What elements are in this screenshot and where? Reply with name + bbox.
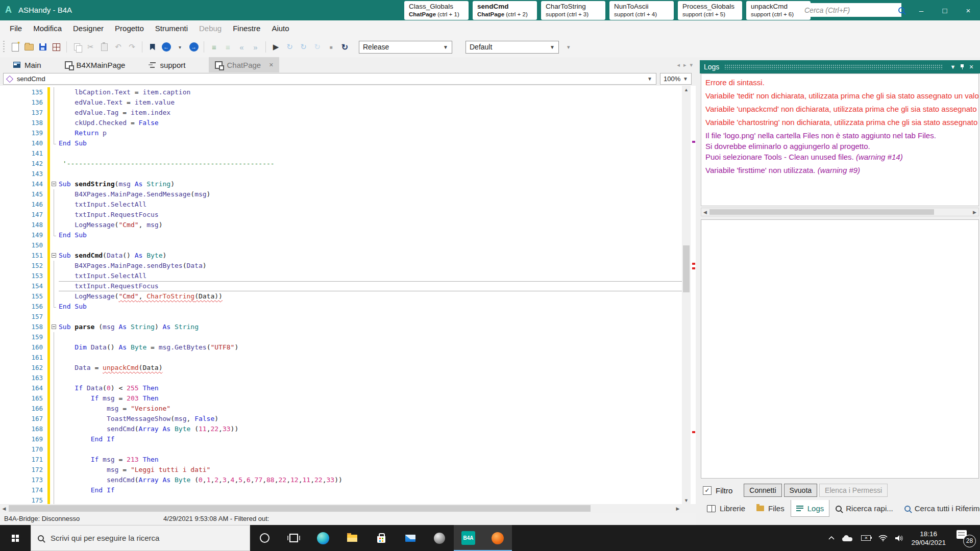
tab-chatpage[interactable]: ChatPage×: [209, 57, 279, 72]
window-position-icon[interactable]: ▼: [948, 64, 958, 70]
fold-collapse-icon[interactable]: [50, 179, 59, 189]
taskbar-b4a-bridge[interactable]: [483, 525, 512, 551]
tool-tab-librerie[interactable]: Librerie: [702, 500, 750, 517]
menu-item-debug[interactable]: Debug: [193, 20, 227, 37]
editor-shortcut-tab[interactable]: Process_Globalssupport (ctrl + 5): [678, 1, 742, 20]
clear-button[interactable]: Svuota: [784, 484, 818, 497]
indent-icon[interactable]: »: [249, 40, 262, 54]
fold-collapse-icon[interactable]: [50, 322, 59, 332]
step-into-icon[interactable]: ↻: [283, 40, 296, 54]
redo-icon[interactable]: ↷: [126, 40, 138, 54]
volume-icon[interactable]: [895, 535, 903, 542]
profile-select[interactable]: Default ▼: [465, 41, 559, 54]
tab-list-icon[interactable]: ▾: [690, 62, 693, 68]
outdent-icon[interactable]: «: [235, 40, 248, 54]
stop-icon[interactable]: ■: [325, 40, 337, 54]
fold-collapse-icon[interactable]: [50, 251, 59, 261]
tab-support[interactable]: support: [149, 57, 185, 72]
code-editor[interactable]: 135 lbCaption.Text = item.caption136 edV…: [0, 86, 696, 504]
scroll-right-icon[interactable]: ▶: [971, 208, 978, 216]
chevron-up-icon[interactable]: [828, 536, 835, 540]
menu-item-designer[interactable]: Designer: [67, 20, 109, 37]
start-button[interactable]: [0, 525, 31, 551]
tab-prev-icon[interactable]: ◂: [677, 62, 680, 68]
close-button[interactable]: ×: [957, 0, 980, 20]
new-file-icon[interactable]: [9, 40, 21, 54]
nav-back-icon[interactable]: ←: [160, 40, 173, 54]
scroll-left-icon[interactable]: ◀: [701, 208, 709, 216]
taskbar-edge[interactable]: [308, 525, 337, 551]
taskbar-app-sphere[interactable]: [425, 525, 454, 551]
horizontal-scrollbar[interactable]: ◀ ▶: [0, 504, 682, 513]
save-icon[interactable]: [36, 40, 49, 54]
tool-tab-files[interactable]: Files: [751, 500, 790, 517]
taskbar-task-view[interactable]: [279, 525, 308, 551]
menu-item-progetto[interactable]: Progetto: [109, 20, 150, 37]
taskbar-mail[interactable]: [396, 525, 425, 551]
run-icon[interactable]: ▶: [270, 40, 282, 54]
minimize-button[interactable]: –: [910, 0, 933, 20]
titlebar-search-input[interactable]: [803, 6, 898, 15]
scroll-up-icon[interactable]: ▲: [682, 86, 691, 93]
build-configuration-select[interactable]: Release ▼: [359, 41, 452, 54]
scroll-down-icon[interactable]: ▼: [682, 496, 691, 504]
vertical-scrollbar[interactable]: ▲ ▼: [682, 86, 691, 504]
cut-icon[interactable]: ✂: [84, 40, 97, 54]
vertical-scrollbar-thumb[interactable]: [683, 245, 690, 292]
menu-item-file[interactable]: File: [4, 20, 28, 37]
maximize-button[interactable]: □: [933, 0, 957, 20]
notification-center-button[interactable]: 28: [953, 528, 976, 548]
undo-icon[interactable]: ↶: [112, 40, 125, 54]
toolbar-overflow-button[interactable]: ▾: [567, 44, 570, 51]
editor-shortcut-tab[interactable]: Class_GlobalsChatPage (ctrl + 1): [404, 1, 469, 20]
menu-item-modifica[interactable]: Modifica: [28, 20, 67, 37]
battery-icon[interactable]: ✕: [861, 535, 871, 541]
connect-button[interactable]: Connetti: [744, 484, 781, 497]
taskbar-store[interactable]: [366, 525, 396, 551]
step-over-icon[interactable]: ↻: [297, 40, 310, 54]
logs-horizontal-scrollbar[interactable]: ◀ ▶: [701, 208, 979, 216]
menu-item-aiuto[interactable]: Aiuto: [266, 20, 295, 37]
zoom-select[interactable]: 100% ▼: [660, 73, 692, 85]
uncomment-selection-icon[interactable]: ≡: [222, 40, 234, 54]
logs-scrollbar-thumb[interactable]: [709, 209, 934, 215]
taskbar-b4a[interactable]: B4A: [454, 525, 483, 551]
tool-tab-cercatuttiiriferime[interactable]: Cerca tutti i Riferime...: [899, 500, 980, 517]
nav-forward-icon[interactable]: →: [187, 40, 200, 54]
wifi-icon[interactable]: [878, 535, 888, 541]
tab-b4xmainpage[interactable]: B4XMainPage: [65, 57, 126, 72]
editor-shortcut-tab[interactable]: NunToAsciisupport (ctrl + 4): [609, 1, 674, 20]
pin-icon[interactable]: [958, 64, 967, 70]
comment-selection-icon[interactable]: ≡: [208, 40, 220, 54]
copy-icon[interactable]: [70, 40, 83, 54]
titlebar-search[interactable]: [799, 3, 901, 17]
tool-tab-logs[interactable]: Logs: [791, 500, 830, 517]
tab-next-icon[interactable]: ▸: [683, 62, 687, 68]
menu-item-finestre[interactable]: Finestre: [227, 20, 266, 37]
rebuild-icon[interactable]: ↻: [338, 40, 351, 54]
taskbar-clock[interactable]: 18:16 29/04/2021: [911, 530, 946, 547]
horizontal-scrollbar-thumb[interactable]: [9, 505, 591, 512]
package-icon[interactable]: [50, 40, 63, 54]
filter-checkbox[interactable]: ✓: [703, 486, 712, 495]
taskbar-search[interactable]: [31, 525, 250, 551]
step-out-icon[interactable]: ↻: [311, 40, 324, 54]
editor-shortcut-tab[interactable]: CharToStringsupport (ctrl + 3): [541, 1, 605, 20]
paste-icon[interactable]: [98, 40, 111, 54]
taskbar-file-explorer[interactable]: [337, 525, 366, 551]
menu-item-strumenti[interactable]: Strumenti: [150, 20, 193, 37]
taskbar-search-input[interactable]: [50, 533, 243, 543]
scroll-right-icon[interactable]: ▶: [674, 504, 682, 513]
onedrive-icon[interactable]: [842, 535, 853, 541]
member-select[interactable]: sendCmd ▼: [3, 73, 656, 85]
close-icon[interactable]: ×: [967, 63, 976, 71]
tab-main[interactable]: Main: [13, 57, 41, 72]
nav-caret-icon[interactable]: ▾: [174, 40, 186, 54]
scroll-left-icon[interactable]: ◀: [0, 504, 8, 513]
open-icon[interactable]: [22, 40, 35, 54]
taskbar-cortana[interactable]: [250, 525, 279, 551]
close-icon[interactable]: ×: [269, 61, 273, 69]
editor-shortcut-tab[interactable]: sendCmdChatPage (ctrl + 2): [473, 1, 537, 20]
bookmark-icon[interactable]: [146, 40, 159, 54]
tool-tab-ricercarapi[interactable]: Ricerca rapi...: [830, 500, 898, 517]
